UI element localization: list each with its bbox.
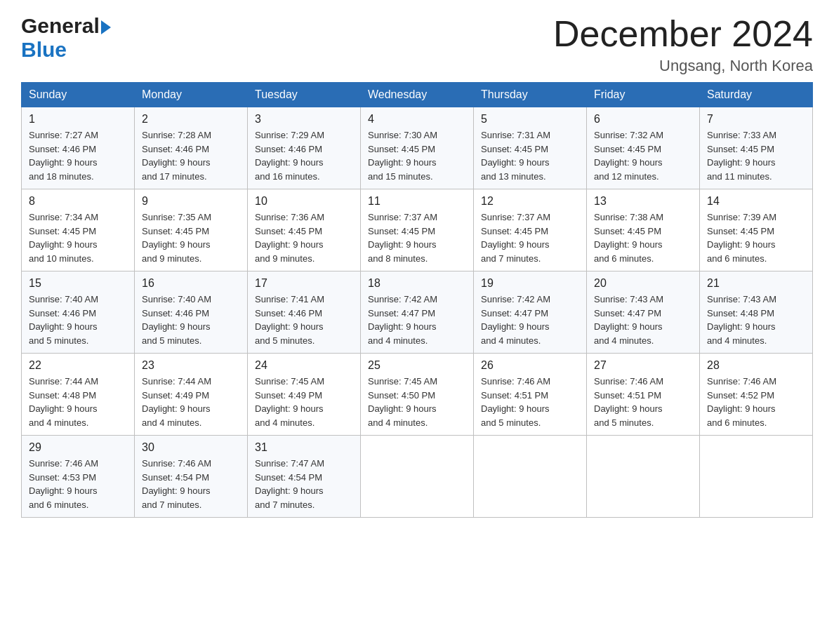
day-number: 3 <box>255 113 353 126</box>
day-info: Sunrise: 7:44 AMSunset: 4:49 PMDaylight:… <box>142 375 240 429</box>
day-info: Sunrise: 7:45 AMSunset: 4:50 PMDaylight:… <box>368 375 466 429</box>
logo-arrow-icon <box>101 20 111 34</box>
day-number: 2 <box>142 113 240 126</box>
day-cell: 12Sunrise: 7:37 AMSunset: 4:45 PMDayligh… <box>474 189 587 271</box>
header-cell-friday: Friday <box>587 83 700 107</box>
day-cell: 20Sunrise: 7:43 AMSunset: 4:47 PMDayligh… <box>587 271 700 354</box>
day-info: Sunrise: 7:46 AMSunset: 4:51 PMDaylight:… <box>594 375 692 429</box>
day-cell: 21Sunrise: 7:43 AMSunset: 4:48 PMDayligh… <box>700 271 813 354</box>
day-info: Sunrise: 7:30 AMSunset: 4:45 PMDaylight:… <box>368 128 466 183</box>
day-number: 11 <box>368 195 466 208</box>
day-number: 28 <box>707 359 805 372</box>
day-cell: 5Sunrise: 7:31 AMSunset: 4:45 PMDaylight… <box>474 107 587 189</box>
week-row-1: 1Sunrise: 7:27 AMSunset: 4:46 PMDaylight… <box>22 107 813 189</box>
day-number: 27 <box>594 359 692 372</box>
day-cell: 15Sunrise: 7:40 AMSunset: 4:46 PMDayligh… <box>22 271 135 354</box>
day-info: Sunrise: 7:46 AMSunset: 4:51 PMDaylight:… <box>481 375 579 429</box>
day-number: 7 <box>707 113 805 126</box>
day-info: Sunrise: 7:37 AMSunset: 4:45 PMDaylight:… <box>481 210 579 265</box>
day-cell: 13Sunrise: 7:38 AMSunset: 4:45 PMDayligh… <box>587 189 700 271</box>
day-cell: 25Sunrise: 7:45 AMSunset: 4:50 PMDayligh… <box>361 354 474 436</box>
day-cell: 11Sunrise: 7:37 AMSunset: 4:45 PMDayligh… <box>361 189 474 271</box>
day-info: Sunrise: 7:36 AMSunset: 4:45 PMDaylight:… <box>255 210 353 265</box>
day-cell: 22Sunrise: 7:44 AMSunset: 4:48 PMDayligh… <box>22 354 135 436</box>
calendar-table: SundayMondayTuesdayWednesdayThursdayFrid… <box>21 82 813 518</box>
logo-blue: Blue <box>21 38 67 61</box>
week-row-3: 15Sunrise: 7:40 AMSunset: 4:46 PMDayligh… <box>22 271 813 354</box>
day-info: Sunrise: 7:31 AMSunset: 4:45 PMDaylight:… <box>481 128 579 183</box>
day-number: 10 <box>255 195 353 208</box>
day-cell <box>587 436 700 518</box>
day-number: 23 <box>142 359 240 372</box>
day-info: Sunrise: 7:44 AMSunset: 4:48 PMDaylight:… <box>29 375 127 429</box>
day-cell: 4Sunrise: 7:30 AMSunset: 4:45 PMDaylight… <box>361 107 474 189</box>
day-cell: 24Sunrise: 7:45 AMSunset: 4:49 PMDayligh… <box>248 354 361 436</box>
day-info: Sunrise: 7:27 AMSunset: 4:46 PMDaylight:… <box>29 128 127 183</box>
location: Ungsang, North Korea <box>553 57 813 75</box>
week-row-5: 29Sunrise: 7:46 AMSunset: 4:53 PMDayligh… <box>22 436 813 518</box>
title-block: December 2024 Ungsang, North Korea <box>553 14 813 75</box>
day-number: 17 <box>255 277 353 290</box>
day-info: Sunrise: 7:39 AMSunset: 4:45 PMDaylight:… <box>707 210 805 265</box>
day-number: 12 <box>481 195 579 208</box>
day-cell: 26Sunrise: 7:46 AMSunset: 4:51 PMDayligh… <box>474 354 587 436</box>
day-number: 22 <box>29 359 127 372</box>
week-row-2: 8Sunrise: 7:34 AMSunset: 4:45 PMDaylight… <box>22 189 813 271</box>
day-number: 5 <box>481 113 579 126</box>
day-cell: 6Sunrise: 7:32 AMSunset: 4:45 PMDaylight… <box>587 107 700 189</box>
day-info: Sunrise: 7:46 AMSunset: 4:52 PMDaylight:… <box>707 375 805 429</box>
day-info: Sunrise: 7:40 AMSunset: 4:46 PMDaylight:… <box>29 293 127 347</box>
day-info: Sunrise: 7:35 AMSunset: 4:45 PMDaylight:… <box>142 210 240 265</box>
day-number: 20 <box>594 277 692 290</box>
header-cell-wednesday: Wednesday <box>361 83 474 107</box>
day-cell: 23Sunrise: 7:44 AMSunset: 4:49 PMDayligh… <box>135 354 248 436</box>
day-number: 4 <box>368 113 466 126</box>
day-number: 18 <box>368 277 466 290</box>
day-info: Sunrise: 7:47 AMSunset: 4:54 PMDaylight:… <box>255 457 353 511</box>
day-number: 8 <box>29 195 127 208</box>
day-cell: 9Sunrise: 7:35 AMSunset: 4:45 PMDaylight… <box>135 189 248 271</box>
day-info: Sunrise: 7:46 AMSunset: 4:53 PMDaylight:… <box>29 457 127 511</box>
day-cell: 8Sunrise: 7:34 AMSunset: 4:45 PMDaylight… <box>22 189 135 271</box>
day-number: 29 <box>29 441 127 454</box>
day-info: Sunrise: 7:42 AMSunset: 4:47 PMDaylight:… <box>481 293 579 347</box>
day-number: 9 <box>142 195 240 208</box>
day-info: Sunrise: 7:43 AMSunset: 4:48 PMDaylight:… <box>707 293 805 347</box>
day-info: Sunrise: 7:46 AMSunset: 4:54 PMDaylight:… <box>142 457 240 511</box>
header-cell-monday: Monday <box>135 83 248 107</box>
day-number: 6 <box>594 113 692 126</box>
calendar-header: SundayMondayTuesdayWednesdayThursdayFrid… <box>22 83 813 107</box>
header-cell-tuesday: Tuesday <box>248 83 361 107</box>
day-cell: 10Sunrise: 7:36 AMSunset: 4:45 PMDayligh… <box>248 189 361 271</box>
day-info: Sunrise: 7:43 AMSunset: 4:47 PMDaylight:… <box>594 293 692 347</box>
day-number: 15 <box>29 277 127 290</box>
day-cell: 1Sunrise: 7:27 AMSunset: 4:46 PMDaylight… <box>22 107 135 189</box>
day-number: 16 <box>142 277 240 290</box>
month-title: December 2024 <box>553 14 813 54</box>
day-number: 14 <box>707 195 805 208</box>
day-cell: 31Sunrise: 7:47 AMSunset: 4:54 PMDayligh… <box>248 436 361 518</box>
day-cell: 2Sunrise: 7:28 AMSunset: 4:46 PMDaylight… <box>135 107 248 189</box>
logo: General Blue <box>21 14 111 62</box>
day-info: Sunrise: 7:42 AMSunset: 4:47 PMDaylight:… <box>368 293 466 347</box>
day-cell: 14Sunrise: 7:39 AMSunset: 4:45 PMDayligh… <box>700 189 813 271</box>
header-cell-thursday: Thursday <box>474 83 587 107</box>
day-info: Sunrise: 7:40 AMSunset: 4:46 PMDaylight:… <box>142 293 240 347</box>
day-number: 19 <box>481 277 579 290</box>
day-cell: 18Sunrise: 7:42 AMSunset: 4:47 PMDayligh… <box>361 271 474 354</box>
day-cell: 3Sunrise: 7:29 AMSunset: 4:46 PMDaylight… <box>248 107 361 189</box>
header-cell-saturday: Saturday <box>700 83 813 107</box>
day-info: Sunrise: 7:38 AMSunset: 4:45 PMDaylight:… <box>594 210 692 265</box>
day-cell: 28Sunrise: 7:46 AMSunset: 4:52 PMDayligh… <box>700 354 813 436</box>
day-number: 30 <box>142 441 240 454</box>
header-row: SundayMondayTuesdayWednesdayThursdayFrid… <box>22 83 813 107</box>
page-header: General Blue December 2024 Ungsang, Nort… <box>21 14 813 75</box>
day-number: 1 <box>29 113 127 126</box>
day-number: 13 <box>594 195 692 208</box>
day-number: 25 <box>368 359 466 372</box>
day-info: Sunrise: 7:37 AMSunset: 4:45 PMDaylight:… <box>368 210 466 265</box>
day-cell: 19Sunrise: 7:42 AMSunset: 4:47 PMDayligh… <box>474 271 587 354</box>
day-info: Sunrise: 7:29 AMSunset: 4:46 PMDaylight:… <box>255 128 353 183</box>
logo-general: General <box>21 14 100 38</box>
day-info: Sunrise: 7:45 AMSunset: 4:49 PMDaylight:… <box>255 375 353 429</box>
